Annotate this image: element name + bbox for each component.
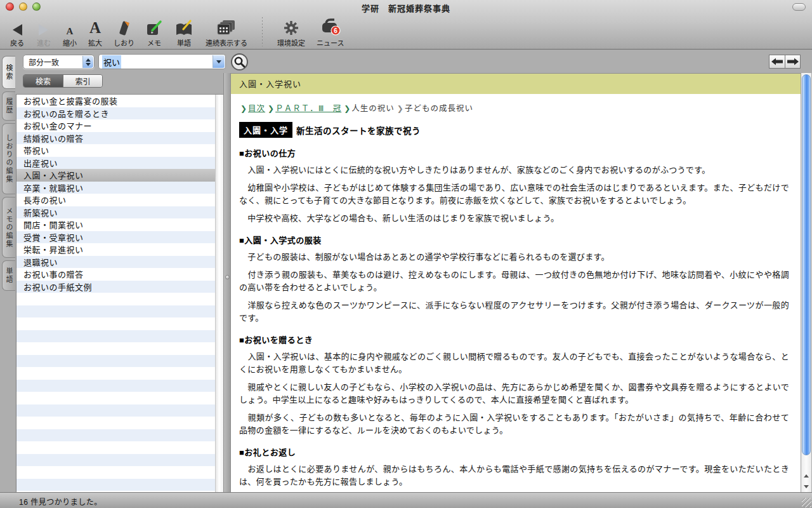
list-item[interactable]: 卒業・就職祝い bbox=[16, 182, 215, 194]
list-item[interactable]: 入園・入学祝い bbox=[16, 169, 215, 182]
list-item[interactable]: お祝い金のマナー bbox=[16, 119, 215, 132]
zoom-out-button[interactable]: A 縮小 bbox=[57, 16, 82, 48]
breadcrumb-item[interactable]: ＰＡＲＴ．Ⅲ 冠 bbox=[275, 104, 341, 113]
breadcrumb-arrow-icon: ❯ bbox=[268, 104, 274, 113]
list-item[interactable]: 出産祝い bbox=[16, 157, 215, 170]
continuous-view-label: 連続表示する bbox=[206, 37, 247, 48]
side-tab-3[interactable]: しおりの編集 bbox=[2, 123, 15, 194]
side-tab-2[interactable]: 履歴 bbox=[2, 91, 15, 121]
section-paragraph: 親類が多く、子どもの数も多いとなると、毎年のように入園・入学祝いをすることもあり… bbox=[239, 411, 789, 437]
title-bar[interactable]: 学研 新冠婚葬祭事典 bbox=[0, 0, 812, 14]
breadcrumb-item[interactable]: 目次 bbox=[248, 104, 265, 113]
content-scrollbar[interactable] bbox=[801, 73, 811, 492]
list-filler-row bbox=[16, 479, 215, 491]
combo-dropdown-button[interactable] bbox=[213, 55, 225, 68]
forward-button[interactable]: 進む bbox=[30, 16, 57, 48]
resize-grip[interactable] bbox=[802, 498, 811, 507]
list-filler-row bbox=[16, 355, 215, 368]
left-arrow-icon bbox=[771, 57, 783, 66]
back-button[interactable]: 戻る bbox=[4, 16, 30, 48]
continuous-view-button[interactable]: 連続表示する bbox=[200, 16, 253, 48]
side-tab-4[interactable]: メモの編集 bbox=[2, 197, 15, 258]
divider-grip-icon[interactable] bbox=[225, 275, 230, 279]
list-item[interactable]: 新築祝い bbox=[16, 206, 215, 219]
list-item[interactable]: 長寿の祝い bbox=[16, 194, 215, 206]
section-paragraph: 幼稚園や小学校は、子どもがはじめて体験する集団生活の場であり、広い意味での社会生… bbox=[239, 182, 789, 207]
bookmark-label: しおり bbox=[114, 37, 134, 48]
preferences-label: 環境設定 bbox=[277, 37, 305, 48]
match-mode-value: 部分一致 bbox=[29, 57, 59, 67]
news-button[interactable]: 6 ニュース bbox=[311, 16, 350, 48]
preferences-button[interactable]: 環境設定 bbox=[272, 16, 311, 48]
breadcrumb: ❯目次❯ＰＡＲＴ．Ⅲ 冠❯人生の祝い❯子どもの成長祝い bbox=[240, 102, 789, 114]
tab-search[interactable]: 検索 bbox=[23, 75, 63, 87]
entry-header-text: 入園・入学祝い bbox=[239, 79, 301, 89]
list-item[interactable]: お祝い金と披露宴の服装 bbox=[16, 95, 215, 107]
select-stepper-icon bbox=[82, 56, 93, 68]
section-paragraph: 親戚やとくに親しい友人の子どもなら、小学校の入学祝いの品は、先方にあらかじめ希望… bbox=[239, 381, 789, 406]
bookmark-icon bbox=[116, 16, 133, 37]
list-filler-row bbox=[16, 342, 215, 355]
list-filler-row bbox=[16, 367, 215, 380]
prev-entry-button[interactable] bbox=[769, 55, 785, 69]
magnifier-icon bbox=[233, 56, 246, 68]
window-chrome: 学研 新冠婚葬祭事典 戻る 進む A 縮小 A 拡大 bbox=[0, 0, 812, 50]
zoom-out-label: 縮小 bbox=[63, 37, 77, 48]
forward-label: 進む bbox=[37, 37, 51, 48]
memo-button[interactable]: メモ bbox=[140, 16, 168, 48]
breadcrumb-item: 人生の祝い bbox=[351, 104, 395, 113]
bookmark-button[interactable]: しおり bbox=[108, 16, 140, 48]
breadcrumb-arrow-icon: ❯ bbox=[240, 104, 247, 113]
toolbar-toggle-button[interactable] bbox=[792, 3, 806, 11]
side-tab-1[interactable]: 検索 bbox=[2, 56, 15, 89]
entry-title-badge: 入園・入学 bbox=[239, 122, 292, 138]
list-filler-row bbox=[16, 380, 215, 392]
next-entry-button[interactable] bbox=[785, 55, 801, 69]
entry-header: 入園・入学祝い bbox=[231, 73, 801, 94]
section-paragraph: 洋服なら控えめな色のスーツかワンピースに、派手にならない程度のアクセサリーをつけ… bbox=[239, 299, 789, 324]
search-button[interactable] bbox=[231, 53, 248, 70]
list-filler-row bbox=[16, 330, 215, 343]
list-filler-row bbox=[16, 293, 215, 305]
section-paragraph: 入園・入学祝いは、基本的に身内や親戚などのごく親しい間柄で贈るものです。友人の子… bbox=[239, 351, 789, 376]
list-item[interactable]: 栄転・昇進祝い bbox=[16, 243, 215, 256]
toolbar: 戻る 進む A 縮小 A 拡大 bbox=[0, 14, 812, 50]
list-item[interactable]: 受賞・受章祝い bbox=[16, 231, 215, 244]
list-item[interactable]: 結婚祝いの贈答 bbox=[16, 132, 215, 145]
memo-icon bbox=[146, 16, 162, 37]
search-input[interactable]: 祝い bbox=[98, 54, 226, 69]
section-paragraph: 中学校や高校、大学などの場合も、新しい生活のはじまりを家族で祝いましょう。 bbox=[239, 212, 789, 225]
scroll-up-button[interactable] bbox=[801, 471, 811, 481]
word-button[interactable]: 単語 bbox=[168, 16, 200, 48]
list-item[interactable]: お祝い事の贈答 bbox=[16, 268, 215, 281]
scroll-down-button[interactable] bbox=[801, 481, 811, 492]
entry-title-line: 入園・入学 新生活のスタートを家族で祝う bbox=[239, 122, 789, 138]
news-badge: 6 bbox=[334, 27, 337, 34]
list-filler-row bbox=[16, 392, 215, 404]
word-book-icon bbox=[174, 16, 194, 37]
mailbox-icon: 6 bbox=[320, 16, 341, 37]
list-scrollbar-track[interactable] bbox=[215, 95, 223, 492]
list-item[interactable]: お祝いの品を贈るとき bbox=[16, 107, 215, 120]
results-list: お祝い金と披露宴の服装お祝いの品を贈るときお祝い金のマナー結婚祝いの贈答帯祝い出… bbox=[16, 95, 215, 492]
search-mode-segmented-control: 検索 索引 bbox=[23, 74, 103, 88]
search-query-text: 祝い bbox=[102, 55, 121, 69]
list-item[interactable]: 退職祝い bbox=[16, 256, 215, 269]
list-filler-row bbox=[16, 305, 215, 318]
list-filler-row bbox=[16, 454, 215, 467]
list-item[interactable]: 帯祝い bbox=[16, 144, 215, 157]
tab-index[interactable]: 索引 bbox=[63, 75, 102, 87]
match-mode-select[interactable]: 部分一致 bbox=[23, 55, 95, 69]
search-bar: 部分一致 祝い bbox=[0, 50, 812, 73]
scrollbar-thumb[interactable] bbox=[802, 74, 811, 455]
back-arrow-icon bbox=[10, 16, 25, 37]
list-filler-row bbox=[16, 318, 215, 330]
panel-divider[interactable] bbox=[223, 73, 231, 492]
side-tab-strip: 検索履歴しおりの編集メモの編集単語 bbox=[0, 56, 16, 291]
side-tab-5[interactable]: 単語 bbox=[2, 260, 15, 291]
big-letter-icon: A bbox=[89, 16, 101, 37]
list-item[interactable]: 開店・開業祝い bbox=[16, 218, 215, 231]
right-arrow-icon bbox=[787, 57, 799, 66]
zoom-in-button[interactable]: A 拡大 bbox=[82, 16, 108, 48]
list-item[interactable]: お祝いの手紙文例 bbox=[16, 281, 215, 293]
